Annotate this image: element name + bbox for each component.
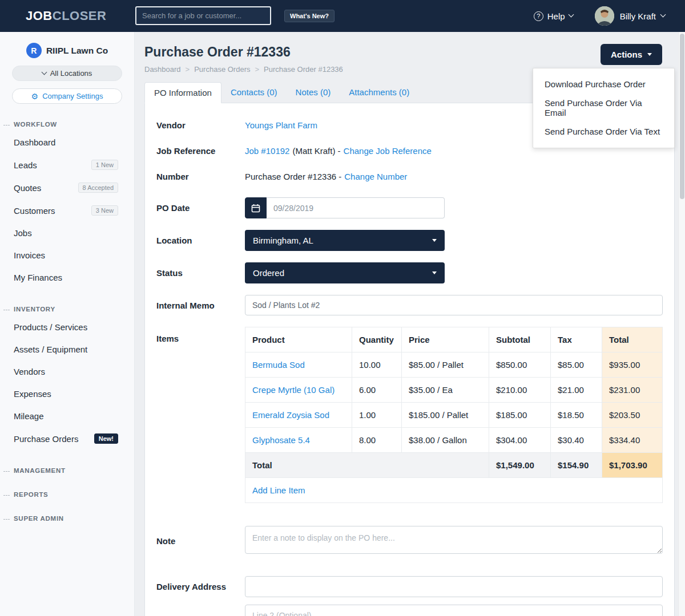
col-header-product: Product [245,327,352,352]
cell-subtotal: $304.00 [489,428,551,453]
table-row: Glyphosate 5.4 8.00 $38.00 / Gallon $304… [245,428,663,453]
section-header-management[interactable]: MANAGEMENT [0,467,134,474]
cell-tax: $18.50 [551,403,602,428]
note-label: Note [156,536,245,546]
sidebar-item-purchase-orders[interactable]: Purchase OrdersNew! [0,427,134,450]
scrollbar-thumb[interactable] [680,34,684,199]
help-menu[interactable]: ? Help [534,11,573,21]
sidebar-item-label: Invoices [14,250,45,260]
sidebar-item-label: Mileage [14,411,44,421]
sidebar-item-vendors[interactable]: Vendors [0,360,134,383]
cell-subtotal: $850.00 [489,352,551,378]
sidebar-item-label: Customers [14,206,55,216]
company-settings-button[interactable]: ⚙ Company Settings [12,88,122,104]
cell-tax: $21.00 [551,378,602,403]
sidebar-item-invoices[interactable]: Invoices [0,244,134,266]
menu-item-download-po[interactable]: Download Purchase Order [533,75,674,94]
delivery-address-line2-input[interactable] [245,605,663,616]
number-label: Number [156,172,245,181]
tab-contacts[interactable]: Contacts (0) [221,82,287,103]
sidebar-item-dashboard[interactable]: Dashboard [0,131,134,153]
avatar[interactable] [595,6,614,26]
sidebar: R RIIPL Lawn Co All Locations ⚙ Company … [0,32,135,616]
app-logo[interactable]: JOBCLOSER [26,9,106,23]
whats-new-button[interactable]: What's New? [284,10,335,22]
user-menu[interactable]: Billy Kraft [620,11,665,21]
product-link[interactable]: Glyphosate 5.4 [252,435,310,445]
tab-attachments[interactable]: Attachments (0) [340,82,418,103]
breadcrumb-separator: > [186,65,190,74]
sidebar-item-label: Vendors [14,367,45,376]
po-number-text: Purchase Order #12336 - [245,172,341,181]
col-header-total: Total [602,327,663,352]
tab-po-information[interactable]: PO Information [144,82,221,103]
actions-button[interactable]: Actions [601,44,662,65]
job-reference-label: Job Reference [156,146,245,156]
sidebar-item-assets-equipment[interactable]: Assets / Equipment [0,338,134,360]
po-date-input[interactable] [267,197,445,218]
menu-item-send-po-email[interactable]: Send Purchase Order Via Email [533,94,674,122]
cell-subtotal: $185.00 [489,403,551,428]
all-locations-dropdown[interactable]: All Locations [12,66,122,81]
internal-memo-input[interactable] [245,295,663,315]
section-header-workflow: WORKFLOW [0,121,134,128]
product-link[interactable]: Bermuda Sod [252,360,305,370]
sidebar-item-mileage[interactable]: Mileage [0,405,134,427]
locations-label: All Locations [50,69,92,78]
table-row: Bermuda Sod 10.00 $85.00 / Pallet $850.0… [245,352,663,378]
cell-product: Emerald Zoysia Sod [245,403,352,428]
product-link[interactable]: Emerald Zoysia Sod [252,410,329,420]
location-label: Location [156,236,245,245]
breadcrumb-separator: > [255,65,259,74]
vendor-link[interactable]: Youngs Plant Farm [245,120,317,130]
location-select[interactable]: Birmingham, AL [245,230,445,251]
col-header-subtotal: Subtotal [489,327,551,352]
main-content: Purchase Order #12336 Dashboard > Purcha… [135,32,678,616]
scrollbar-track[interactable] [678,32,685,616]
add-line-item-container: Add Line Item [245,478,663,503]
cell-price: $185.00 / Pallet [402,403,489,428]
chevron-down-icon [41,69,47,75]
section-header-super-admin[interactable]: SUPER ADMIN [0,515,134,522]
cell-total: $935.00 [602,352,663,378]
cell-tax: $85.00 [551,352,602,378]
po-date-row: PO Date [156,197,663,218]
internal-memo-label: Internal Memo [156,301,245,310]
status-select[interactable]: Ordered [245,262,445,283]
page-title: Purchase Order #12336 [144,44,675,60]
cell-quantity: 1.00 [352,403,402,428]
tab-notes[interactable]: Notes (0) [287,82,340,103]
total-grand: $1,703.90 [602,453,663,478]
sidebar-item-my-finances[interactable]: My Finances [0,266,134,289]
logo-text-light: CLOSER [53,9,107,23]
menu-item-send-po-text[interactable]: Send Purchase Order Via Text [533,122,674,141]
job-link[interactable]: Job #10192 [245,146,289,156]
sidebar-item-products-services[interactable]: Products / Services [0,316,134,338]
sidebar-item-leads[interactable]: Leads1 New [0,153,134,176]
job-reference-text: (Matt Kraft) - [292,146,340,156]
breadcrumb-dashboard[interactable]: Dashboard [144,65,181,74]
search-input[interactable] [135,6,271,25]
breadcrumb-purchase-orders[interactable]: Purchase Orders [194,65,250,74]
add-line-item-link[interactable]: Add Line Item [252,485,305,495]
cell-subtotal: $210.00 [489,378,551,403]
sidebar-item-jobs[interactable]: Jobs [0,222,134,244]
location-row: Location Birmingham, AL [156,230,663,251]
sidebar-item-quotes[interactable]: Quotes8 Accepted [0,176,134,199]
sidebar-item-label: Products / Services [14,322,87,332]
change-number-link[interactable]: Change Number [344,172,407,181]
po-note-textarea[interactable] [245,526,663,554]
change-job-reference-link[interactable]: Change Job Reference [344,146,432,156]
sidebar-item-expenses[interactable]: Expenses [0,383,134,405]
sidebar-item-customers[interactable]: Customers3 New [0,199,134,222]
calendar-button[interactable] [245,197,267,218]
po-date-label: PO Date [156,203,245,213]
status-value: Ordered [253,268,284,278]
product-link[interactable]: Crepe Myrtle (10 Gal) [252,385,335,395]
cell-quantity: 8.00 [352,428,402,453]
status-label: Status [156,268,245,278]
delivery-address-line1-input[interactable] [245,576,663,597]
section-header-reports[interactable]: REPORTS [0,491,134,498]
actions-dropdown-menu: Download Purchase Order Send Purchase Or… [533,68,675,148]
company-switcher[interactable]: R RIIPL Lawn Co [0,32,134,58]
